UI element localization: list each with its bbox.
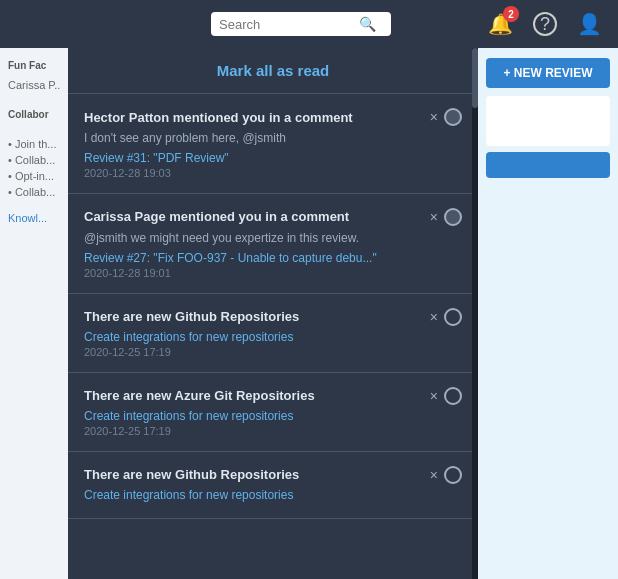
notif-link[interactable]: Create integrations for new repositories <box>84 330 462 344</box>
content-placeholder-2 <box>486 152 610 178</box>
notif-close-button[interactable]: × <box>430 309 438 325</box>
notification-item: Carissa Page mentioned you in a comment×… <box>68 194 478 294</box>
help-icon[interactable]: ? <box>533 12 557 36</box>
notif-read-toggle[interactable] <box>444 466 462 484</box>
notif-close-button[interactable]: × <box>430 388 438 404</box>
sidebar-item-1: • Join th... <box>8 136 60 152</box>
notif-header-1: Carissa Page mentioned you in a comment× <box>84 208 462 226</box>
notification-bell[interactable]: 🔔 2 <box>488 12 513 36</box>
notif-header-2: There are new Github Repositories× <box>84 308 462 326</box>
scrollbar-track[interactable] <box>472 48 478 579</box>
notification-item: There are new Github Repositories×Create… <box>68 294 478 373</box>
sidebar-item-2: • Collab... <box>8 152 60 168</box>
sidebar-label-funfac: Fun Fac <box>8 60 60 71</box>
notif-timestamp: 2020-12-25 17:19 <box>84 425 462 437</box>
notif-header-3: There are new Azure Git Repositories× <box>84 387 462 405</box>
notif-link[interactable]: Review #31: "PDF Review" <box>84 151 462 165</box>
search-icon: 🔍 <box>359 16 376 32</box>
notif-close-button[interactable]: × <box>430 209 438 225</box>
notification-item: Hector Patton mentioned you in a comment… <box>68 94 478 194</box>
notif-read-toggle[interactable] <box>444 387 462 405</box>
scrollbar-thumb[interactable] <box>472 48 478 108</box>
new-review-button[interactable]: + NEW REVIEW <box>486 58 610 88</box>
notif-actions: × <box>430 108 462 126</box>
notification-item: There are new Azure Git Repositories×Cre… <box>68 373 478 452</box>
notif-timestamp: 2020-12-25 17:19 <box>84 346 462 358</box>
notif-timestamp: 2020-12-28 19:03 <box>84 167 462 179</box>
notif-close-button[interactable]: × <box>430 467 438 483</box>
notif-title: Hector Patton mentioned you in a comment <box>84 110 430 125</box>
notif-link[interactable]: Create integrations for new repositories <box>84 488 462 502</box>
sidebar-item-carissa: Carissa P... <box>8 77 60 93</box>
notif-actions: × <box>430 387 462 405</box>
notif-link[interactable]: Create integrations for new repositories <box>84 409 462 423</box>
sidebar-link[interactable]: Knowl... <box>8 210 60 226</box>
content-placeholder-1 <box>486 96 610 146</box>
notif-close-button[interactable]: × <box>430 109 438 125</box>
notif-header-4: There are new Github Repositories× <box>84 466 462 484</box>
notif-read-toggle[interactable] <box>444 308 462 326</box>
notification-item: There are new Github Repositories×Create… <box>68 452 478 519</box>
header-icons: 🔔 2 ? 👤 <box>488 12 602 36</box>
notif-header-0: Hector Patton mentioned you in a comment… <box>84 108 462 126</box>
notif-title: There are new Github Repositories <box>84 309 430 324</box>
notif-actions: × <box>430 308 462 326</box>
search-bar[interactable]: 🔍 <box>211 12 391 36</box>
notif-body: I don't see any problem here, @jsmith <box>84 130 462 147</box>
sidebar-label-collab: Collabor <box>8 109 60 120</box>
notif-read-toggle[interactable] <box>444 208 462 226</box>
notif-link[interactable]: Review #27: "Fix FOO-937 - Unable to cap… <box>84 251 462 265</box>
notif-read-toggle[interactable] <box>444 108 462 126</box>
notif-actions: × <box>430 208 462 226</box>
notif-title: There are new Github Repositories <box>84 467 430 482</box>
sidebar-section-2: Collabor <box>8 109 60 120</box>
sidebar: Fun Fac Carissa P... Collabor • Join th.… <box>0 48 68 579</box>
sidebar-item-3: • Opt-in... <box>8 168 60 184</box>
header: 🔍 🔔 2 ? 👤 <box>0 0 618 48</box>
sidebar-section-1: Fun Fac Carissa P... <box>8 60 60 93</box>
notif-title: Carissa Page mentioned you in a comment <box>84 209 430 224</box>
content-area: + NEW REVIEW <box>478 48 618 579</box>
notif-timestamp: 2020-12-28 19:01 <box>84 267 462 279</box>
notification-panel: Mark all as read Hector Patton mentioned… <box>68 48 478 579</box>
search-input[interactable] <box>219 17 359 32</box>
notification-badge: 2 <box>503 6 519 22</box>
notif-title: There are new Azure Git Repositories <box>84 388 430 403</box>
notif-body: @jsmith we might need you expertize in t… <box>84 230 462 247</box>
user-icon[interactable]: 👤 <box>577 12 602 36</box>
sidebar-item-4: • Collab... <box>8 184 60 200</box>
notification-list: Hector Patton mentioned you in a comment… <box>68 94 478 579</box>
mark-all-read-button[interactable]: Mark all as read <box>68 48 478 94</box>
notif-actions: × <box>430 466 462 484</box>
